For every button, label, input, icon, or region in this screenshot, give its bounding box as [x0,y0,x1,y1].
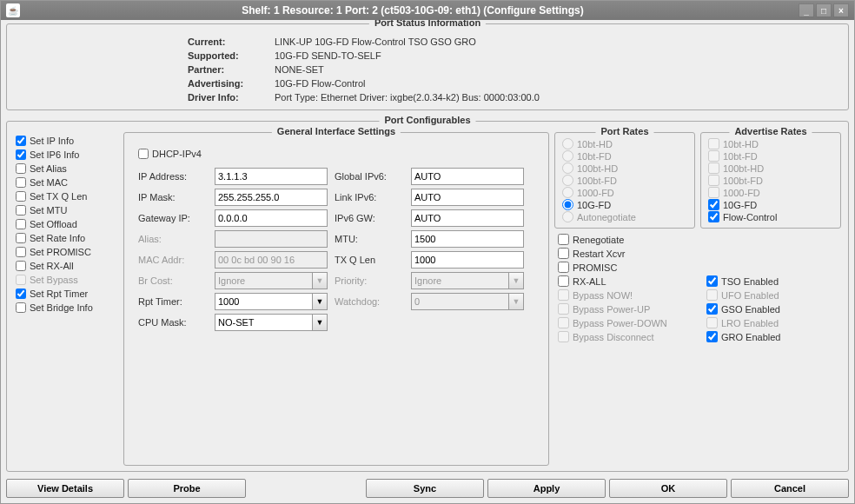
ok-button[interactable]: OK [609,479,727,498]
set-bridge-checkbox[interactable]: Set Bridge Info [16,302,116,313]
restart-xcvr-checkbox[interactable]: Restart Xcvr [558,248,689,259]
general-interface-settings-panel: General Interface Settings DHCP-IPv4 IP … [123,132,549,466]
ip-mask-input[interactable] [215,189,328,206]
brcost-input [215,272,312,289]
bypass-power-down-checkbox: Bypass Power-DOWN [558,317,689,328]
cpu-mask-input[interactable] [215,314,312,331]
supported-value: 10G-FD SEND-TO-SELF [275,50,841,61]
watchdog-dropdown: ▼ [508,293,524,310]
rates-column: Port Rates 10bt-HD 10bt-FD 100bt-HD 100b… [554,132,841,466]
lro-enabled-checkbox: LRO Enabled [706,317,838,328]
set-rate-checkbox[interactable]: Set Rate Info [16,233,116,243]
window-title: Shelf: 1 Resource: 1 Port: 2 (ct503-10G-… [27,4,799,17]
port-rates-title: Port Rates [595,126,653,136]
adv-flow-control-checkbox[interactable]: Flow-Control [708,211,833,222]
rate-10bt-hd-radio: 10bt-HD [562,138,687,149]
watchdog-label: Watchdog: [335,296,404,307]
content-area: Port Status Information Current: LINK-UP… [1,20,854,475]
alias-label: Alias: [138,234,208,244]
txq-label: TX Q Len [335,255,404,265]
set-mac-checkbox[interactable]: Set MAC [16,177,116,188]
button-spacer [249,479,362,498]
promisc-checkbox[interactable]: PROMISC [558,262,689,273]
rpt-timer-dropdown[interactable]: ▼ [312,293,328,310]
ufo-enabled-checkbox: UFO Enabled [706,289,838,301]
tso-enabled-checkbox[interactable]: TSO Enabled [706,275,838,287]
priority-label: Priority: [335,275,404,286]
maximize-button[interactable]: □ [816,3,832,17]
adv-10bt-hd-checkbox: 10bt-HD [708,138,833,149]
close-button[interactable]: × [833,3,849,17]
ipv6-gw-label: IPv6 GW: [335,213,404,223]
mac-input [215,251,328,269]
driverinfo-value: Port Type: Ethernet Driver: ixgbe(2.0.34… [275,92,841,103]
dhcp-ipv4-checkbox[interactable]: DHCP-IPv4 [138,149,524,159]
rate-autoneg-radio: Autonegotiate [562,211,687,222]
rate-1000-fd-radio: 1000-FD [562,187,687,198]
apply-button[interactable]: Apply [487,479,606,498]
set-txq-checkbox[interactable]: Set TX Q Len [16,191,116,202]
adv-10g-fd-checkbox[interactable]: 10G-FD [708,199,833,210]
gro-enabled-checkbox[interactable]: GRO Enabled [706,331,838,342]
partner-value: NONE-SET [275,64,841,75]
cpu-mask-dropdown[interactable]: ▼ [312,314,328,331]
rate-10g-fd-radio[interactable]: 10G-FD [562,199,687,210]
set-mtu-checkbox[interactable]: Set MTU [16,205,116,216]
bypass-power-up-checkbox: Bypass Power-UP [558,303,689,315]
adv-100bt-fd-checkbox: 100bt-FD [708,175,833,186]
bypass-now-checkbox: Bypass NOW! [558,289,689,301]
mac-label: MAC Addr: [138,255,208,265]
global-ipv6-label: Global IPv6: [335,171,404,182]
adv-100bt-hd-checkbox: 100bt-HD [708,162,833,174]
driverinfo-label: Driver Info: [188,92,266,103]
supported-label: Supported: [188,50,266,61]
renegotiate-checkbox[interactable]: Renegotiate [558,234,689,245]
alias-input [215,230,328,248]
set-ip6-info-checkbox[interactable]: Set IP6 Info [16,149,116,160]
mtu-input[interactable] [411,230,524,248]
gso-enabled-checkbox[interactable]: GSO Enabled [706,303,838,315]
rpt-timer-label: Rpt Timer: [138,296,208,307]
current-value: LINK-UP 10G-FD Flow-Control TSO GSO GRO [275,36,841,47]
rate-10bt-fd-radio: 10bt-FD [562,150,687,162]
global-ipv6-input[interactable] [411,168,524,185]
advertising-value: 10G-FD Flow-Control [275,78,841,89]
gateway-ip-input[interactable] [215,209,328,227]
titlebar: ☕ Shelf: 1 Resource: 1 Port: 2 (ct503-10… [1,1,854,20]
minimize-button[interactable]: _ [799,3,814,17]
port-status-panel: Port Status Information Current: LINK-UP… [6,23,849,110]
ip-address-input[interactable] [215,168,328,185]
set-rpt-checkbox[interactable]: Set Rpt Timer [16,288,116,299]
bypass-disconnect-checkbox: Bypass Disconnect [558,331,689,342]
set-promisc-checkbox[interactable]: Set PROMISC [16,247,116,257]
button-bar: View Details Probe Sync Apply OK Cancel [1,475,854,503]
window: ☕ Shelf: 1 Resource: 1 Port: 2 (ct503-10… [0,0,855,504]
port-configurables-title: Port Configurables [379,115,475,125]
probe-button[interactable]: Probe [128,479,246,498]
ip-address-label: IP Address: [138,171,208,182]
rpt-timer-input[interactable] [215,293,312,310]
cancel-button[interactable]: Cancel [731,479,849,498]
advertise-rates-title: Advertise Rates [729,126,812,136]
ip-mask-label: IP Mask: [138,192,208,202]
advertising-label: Advertising: [188,78,266,89]
advertise-rates-panel: Advertise Rates 10bt-HD 10bt-FD 100bt-HD… [700,132,841,229]
set-offload-checkbox[interactable]: Set Offload [16,219,116,229]
gis-title: General Interface Settings [272,126,401,136]
set-alias-checkbox[interactable]: Set Alias [16,163,116,174]
watchdog-input [411,293,508,310]
misc-checks: Renegotiate Restart Xcvr PROMISC RX-ALL … [554,232,841,344]
sync-button[interactable]: Sync [366,479,484,498]
brcost-dropdown: ▼ [312,272,328,289]
rate-100bt-hd-radio: 100bt-HD [562,162,687,174]
txq-input[interactable] [411,251,524,269]
link-ipv6-label: Link IPv6: [335,192,404,202]
link-ipv6-input[interactable] [411,189,524,206]
set-rxall-checkbox[interactable]: Set RX-All [16,261,116,271]
current-label: Current: [188,36,266,47]
view-details-button[interactable]: View Details [6,479,124,498]
set-ip-info-checkbox[interactable]: Set IP Info [16,136,116,146]
rx-all-checkbox[interactable]: RX-ALL [558,275,689,287]
brcost-label: Br Cost: [138,275,208,286]
ipv6-gw-input[interactable] [411,209,524,227]
